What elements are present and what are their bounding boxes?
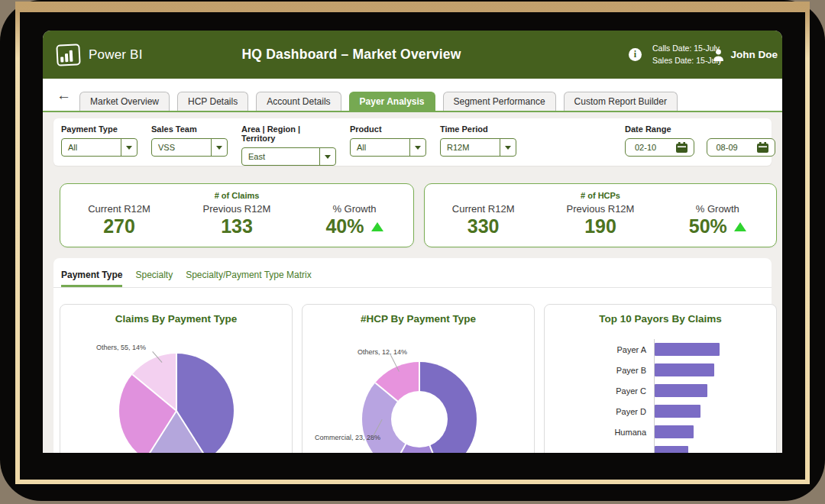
dropdown-value: All xyxy=(62,143,121,152)
powerbi-logo-icon xyxy=(56,44,80,66)
user-menu[interactable]: John Doe xyxy=(713,31,778,79)
tab-payer-analysis[interactable]: Payer Analysis xyxy=(349,92,435,111)
metric-label: % Growth xyxy=(659,203,776,215)
bar-plot-area xyxy=(654,401,770,422)
dropdown-arrow-icon[interactable] xyxy=(319,148,335,165)
dropdown-arrow-icon[interactable] xyxy=(211,139,227,156)
kpi-card-hcps: # of HCPs Current R12M 330 Previous R12M… xyxy=(424,183,777,247)
calendar-icon xyxy=(676,142,688,153)
kpi-metric: Current R12M 330 xyxy=(425,203,542,237)
screen: Power BI HQ Dashboard – Market Overview … xyxy=(43,31,782,453)
bar-plot-area xyxy=(654,339,770,360)
tab-hcp-details[interactable]: HCP Details xyxy=(177,92,248,111)
kpi-metric: Current R12M 270 xyxy=(60,203,178,237)
metric-label: Previous R12M xyxy=(542,203,658,215)
bar-plot-area xyxy=(654,422,770,442)
metric-value: 50% xyxy=(689,215,727,237)
donut-hole xyxy=(391,391,448,447)
slice-separator xyxy=(132,373,177,411)
sales-team-dropdown[interactable]: VSS xyxy=(151,138,228,157)
dropdown-arrow-icon[interactable] xyxy=(121,139,137,156)
tab-custom-report-builder[interactable]: Custom Report Builder xyxy=(564,92,678,111)
metric-value: 190 xyxy=(542,215,658,237)
powerbi-logo: Power BI xyxy=(57,31,143,79)
slice-separator xyxy=(145,410,177,453)
kpi-title: # of Claims xyxy=(60,191,413,200)
filter-label: Sales Team xyxy=(151,124,228,134)
calendar-icon xyxy=(757,142,768,153)
time-period-dropdown[interactable]: R12M xyxy=(440,138,516,157)
header-dates: Calls Date: 15-July Sales Date: 15-July xyxy=(652,42,722,66)
filter-label: Area | Region | Territory xyxy=(241,124,336,143)
dropdown-value: VSS xyxy=(152,143,211,152)
bar-category-label: Payer A xyxy=(552,345,654,354)
date-to-field[interactable]: 08-09 xyxy=(707,138,776,157)
tabs: Market Overview HCP Details Account Deta… xyxy=(79,92,678,111)
bar[interactable] xyxy=(655,405,700,418)
metric-value: 270 xyxy=(60,215,178,237)
bar-row: Payer B xyxy=(552,360,770,380)
chart-card-hcp-by-payment-type: #HCP By Payment Type Others, 12, 14% Com… xyxy=(302,304,535,453)
donut-callout: Others, 12, 14% xyxy=(358,348,407,356)
date-from-value: 02-10 xyxy=(635,143,656,152)
payment-type-dropdown[interactable]: All xyxy=(61,138,138,157)
dropdown-value: All xyxy=(351,143,409,152)
dropdown-arrow-icon[interactable] xyxy=(500,139,516,156)
bar[interactable] xyxy=(655,384,707,397)
bar[interactable] xyxy=(655,363,714,376)
dropdown-arrow-icon[interactable] xyxy=(409,139,425,156)
growth-up-icon xyxy=(734,222,746,231)
bar-plot-area xyxy=(654,360,770,380)
kpi-metric: Previous R12M 190 xyxy=(542,203,658,237)
metric-label: Previous R12M xyxy=(178,203,296,215)
bar[interactable] xyxy=(655,425,694,438)
bar-category-label: Humana xyxy=(552,428,654,437)
bar[interactable] xyxy=(655,343,720,356)
tab-market-overview[interactable]: Market Overview xyxy=(79,92,170,111)
metric-value: 133 xyxy=(178,215,296,237)
tab-segment-performance[interactable]: Segment Performance xyxy=(443,92,556,111)
slice-separator xyxy=(176,410,208,453)
filter-panel: Payment Type All Sales Team VSS Area | R… xyxy=(53,118,772,166)
date-to-value: 08-09 xyxy=(717,143,738,152)
bar-row: Payer C xyxy=(552,380,770,401)
metric-label: Current R12M xyxy=(425,203,542,215)
bar-chart-top-payors: Payer APayer BPayer CPayer DHumana xyxy=(552,339,770,453)
kpi-metric: Previous R12M 133 xyxy=(178,203,296,237)
bar-row: Payer D xyxy=(552,401,770,422)
bar-row xyxy=(552,442,770,453)
page-title: HQ Dashboard – Market Overview xyxy=(157,31,545,79)
bar[interactable] xyxy=(655,446,688,453)
bar-plot-area xyxy=(654,442,770,453)
metric-label: Current R12M xyxy=(60,203,178,215)
filter-label: Time Period xyxy=(440,124,516,134)
product-dropdown[interactable]: All xyxy=(350,138,426,157)
chart-card-claims-by-payment-type: Claims By Payment Type Others, 55, 14% xyxy=(60,304,293,453)
subtab-specialty-payment-type-matrix[interactable]: Specialty/Payment Type Matrix xyxy=(186,270,312,287)
chart-title: Top 10 Payors By Claims xyxy=(545,313,776,325)
filter-label: Product xyxy=(350,124,426,134)
tab-bar: ← Market Overview HCP Details Account De… xyxy=(43,79,782,112)
tab-account-details[interactable]: Account Details xyxy=(256,92,341,111)
subtab-specialty[interactable]: Specialty xyxy=(135,270,173,287)
dropdown-value: R12M xyxy=(441,143,500,152)
bar-category-label: Payer C xyxy=(552,386,654,396)
metric-value: 330 xyxy=(425,215,542,237)
app-header: Power BI HQ Dashboard – Market Overview … xyxy=(43,31,782,79)
sales-date: Sales Date: 15-July xyxy=(652,54,722,66)
pie-callout: Others, 55, 14% xyxy=(96,344,146,351)
info-icon[interactable]: i xyxy=(629,48,642,61)
chart-title: #HCP By Payment Type xyxy=(302,313,534,325)
subtab-payment-type[interactable]: Payment Type xyxy=(61,270,122,287)
dropdown-value: East xyxy=(242,152,319,161)
area-region-territory-dropdown[interactable]: East xyxy=(241,147,336,166)
bar-category-label: Payer D xyxy=(552,407,654,416)
date-from-field[interactable]: 02-10 xyxy=(625,138,694,157)
chart-title: Claims By Payment Type xyxy=(60,313,292,325)
user-icon xyxy=(713,49,724,61)
pie-chart-claims[interactable] xyxy=(119,354,234,453)
filter-label: Date Range xyxy=(625,124,775,134)
back-button[interactable]: ← xyxy=(57,87,71,104)
bar-category-label: Payer B xyxy=(552,366,654,375)
slice-separator xyxy=(176,354,177,411)
